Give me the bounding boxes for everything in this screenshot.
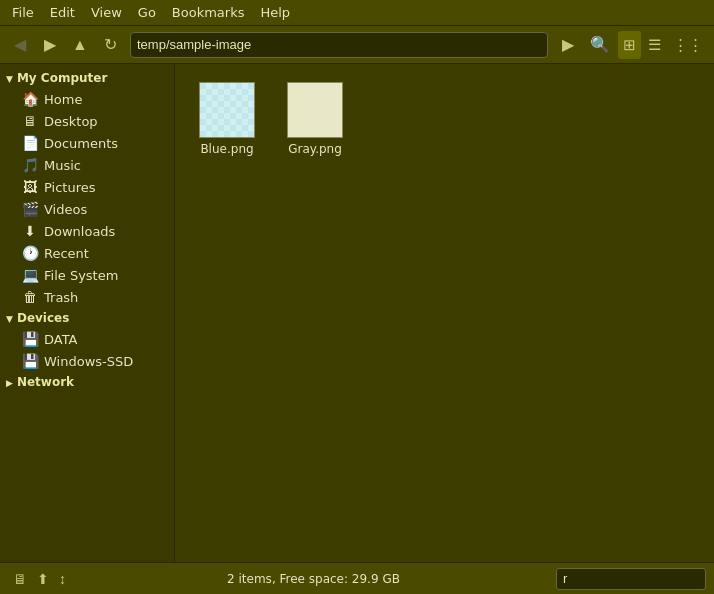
go-button[interactable]: ▶ [554, 31, 582, 59]
windows-ssd-icon: 💾 [22, 353, 38, 369]
downloads-label: Downloads [44, 224, 115, 239]
blue-filename: Blue.png [200, 142, 253, 156]
sidebar-item-documents[interactable]: 📄Documents [0, 132, 174, 154]
sidebar-item-windows-ssd[interactable]: 💾Windows-SSD [0, 350, 174, 372]
data-label: DATA [44, 332, 78, 347]
sidebar-item-filesystem[interactable]: 💻File System [0, 264, 174, 286]
status-btn-1[interactable]: 🖥 [8, 566, 32, 592]
downloads-icon: ⬇ [22, 223, 38, 239]
my-computer-chevron [6, 71, 13, 85]
address-bar-container [130, 32, 548, 58]
sidebar-item-music[interactable]: 🎵Music [0, 154, 174, 176]
sidebar-item-desktop[interactable]: 🖥Desktop [0, 110, 174, 132]
desktop-icon: 🖥 [22, 113, 38, 129]
data-icon: 💾 [22, 331, 38, 347]
devices-label: Devices [17, 311, 69, 325]
menu-item-go[interactable]: Go [130, 3, 164, 22]
trash-label: Trash [44, 290, 78, 305]
file-item-blue[interactable]: Blue.png [187, 76, 267, 162]
main-layout: My Computer 🏠Home🖥Desktop📄Documents🎵Musi… [0, 64, 714, 562]
statusbar: 🖥 ⬆ ↕ 2 items, Free space: 29.9 GB [0, 562, 714, 594]
sidebar-section-my-computer[interactable]: My Computer [0, 68, 174, 88]
sidebar-computer-items: 🏠Home🖥Desktop📄Documents🎵Music🖼Pictures🎬V… [0, 88, 174, 308]
network-label: Network [17, 375, 74, 389]
view-compact-button[interactable]: ⋮⋮ [668, 31, 708, 59]
menu-item-edit[interactable]: Edit [42, 3, 83, 22]
pictures-label: Pictures [44, 180, 95, 195]
search-toolbar-button[interactable]: 🔍 [584, 31, 616, 59]
view-list-button[interactable]: ☰ [643, 31, 666, 59]
filesystem-icon: 💻 [22, 267, 38, 283]
menu-item-help[interactable]: Help [252, 3, 298, 22]
documents-label: Documents [44, 136, 118, 151]
videos-label: Videos [44, 202, 87, 217]
devices-chevron [6, 311, 13, 325]
network-chevron [6, 375, 13, 389]
address-bar-input[interactable] [137, 37, 541, 52]
sidebar-item-data[interactable]: 💾DATA [0, 328, 174, 350]
videos-icon: 🎬 [22, 201, 38, 217]
sidebar-section-network[interactable]: Network [0, 372, 174, 392]
status-btn-2[interactable]: ⬆ [32, 566, 54, 592]
home-label: Home [44, 92, 82, 107]
menu-item-view[interactable]: View [83, 3, 130, 22]
sidebar: My Computer 🏠Home🖥Desktop📄Documents🎵Musi… [0, 64, 175, 562]
documents-icon: 📄 [22, 135, 38, 151]
recent-icon: 🕐 [22, 245, 38, 261]
music-label: Music [44, 158, 81, 173]
gray-filename: Gray.png [288, 142, 342, 156]
sidebar-section-devices[interactable]: Devices [0, 308, 174, 328]
sidebar-devices-items: 💾DATA💾Windows-SSD [0, 328, 174, 372]
menubar: FileEditViewGoBookmarksHelp [0, 0, 714, 26]
status-text: 2 items, Free space: 29.9 GB [71, 572, 556, 586]
view-grid-button[interactable]: ⊞ [618, 31, 641, 59]
reload-button[interactable]: ↻ [96, 31, 124, 59]
windows-ssd-label: Windows-SSD [44, 354, 133, 369]
forward-button[interactable]: ▶ [36, 31, 64, 59]
up-button[interactable]: ▲ [66, 31, 94, 59]
back-button[interactable]: ◀ [6, 31, 34, 59]
sidebar-item-downloads[interactable]: ⬇Downloads [0, 220, 174, 242]
sidebar-item-recent[interactable]: 🕐Recent [0, 242, 174, 264]
sidebar-item-home[interactable]: 🏠Home [0, 88, 174, 110]
trash-icon: 🗑 [22, 289, 38, 305]
file-content-area: Blue.pngGray.png [175, 64, 714, 562]
search-input[interactable] [556, 568, 706, 590]
pictures-icon: 🖼 [22, 179, 38, 195]
filesystem-label: File System [44, 268, 118, 283]
status-btn-3[interactable]: ↕ [54, 566, 71, 592]
file-item-gray[interactable]: Gray.png [275, 76, 355, 162]
sidebar-item-videos[interactable]: 🎬Videos [0, 198, 174, 220]
desktop-label: Desktop [44, 114, 98, 129]
my-computer-label: My Computer [17, 71, 107, 85]
gray-thumbnail [287, 82, 343, 138]
sidebar-item-trash[interactable]: 🗑Trash [0, 286, 174, 308]
menu-item-file[interactable]: File [4, 3, 42, 22]
music-icon: 🎵 [22, 157, 38, 173]
recent-label: Recent [44, 246, 89, 261]
home-icon: 🏠 [22, 91, 38, 107]
toolbar: ◀ ▶ ▲ ↻ ▶ 🔍 ⊞ ☰ ⋮⋮ [0, 26, 714, 64]
menu-item-bookmarks[interactable]: Bookmarks [164, 3, 253, 22]
blue-thumbnail [199, 82, 255, 138]
sidebar-item-pictures[interactable]: 🖼Pictures [0, 176, 174, 198]
